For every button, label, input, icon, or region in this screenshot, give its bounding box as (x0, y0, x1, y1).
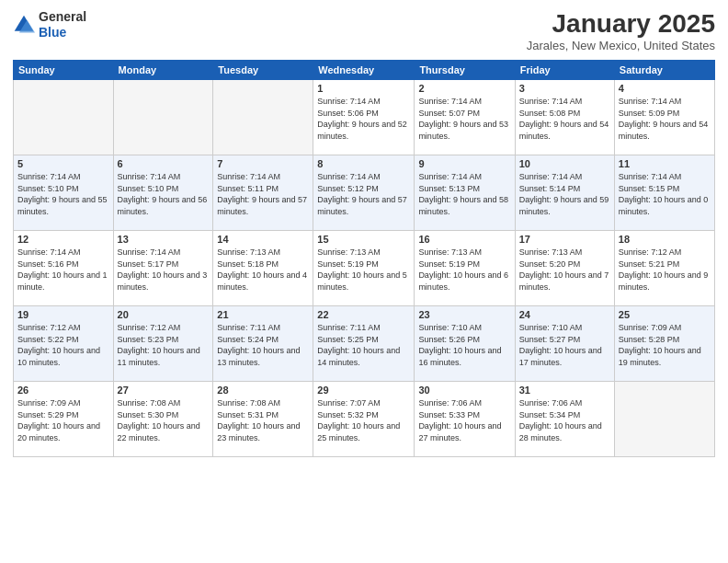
calendar-week-row: 5Sunrise: 7:14 AM Sunset: 5:10 PM Daylig… (14, 155, 715, 231)
table-row: 15Sunrise: 7:13 AM Sunset: 5:19 PM Dayli… (313, 231, 415, 306)
day-info: Sunrise: 7:12 AM Sunset: 5:21 PM Dayligh… (619, 247, 711, 293)
day-number: 14 (217, 234, 309, 245)
day-info: Sunrise: 7:10 AM Sunset: 5:26 PM Dayligh… (418, 322, 510, 368)
table-row: 20Sunrise: 7:12 AM Sunset: 5:23 PM Dayli… (113, 306, 213, 382)
day-number: 3 (519, 83, 610, 94)
header-friday: Friday (515, 61, 614, 80)
logo-blue: Blue (39, 25, 86, 40)
day-info: Sunrise: 7:07 AM Sunset: 5:32 PM Dayligh… (317, 397, 410, 443)
day-info: Sunrise: 7:14 AM Sunset: 5:12 PM Dayligh… (317, 171, 410, 217)
table-row: 10Sunrise: 7:14 AM Sunset: 5:14 PM Dayli… (515, 155, 614, 231)
table-row: 9Sunrise: 7:14 AM Sunset: 5:13 PM Daylig… (415, 155, 515, 231)
day-number: 8 (317, 158, 410, 169)
day-number: 24 (519, 309, 610, 320)
header: General Blue January 2025 Jarales, New M… (13, 9, 715, 52)
table-row: 19Sunrise: 7:12 AM Sunset: 5:22 PM Dayli… (14, 306, 114, 382)
table-row: 13Sunrise: 7:14 AM Sunset: 5:17 PM Dayli… (113, 231, 213, 306)
page: General Blue January 2025 Jarales, New M… (0, 0, 728, 563)
table-row: 1Sunrise: 7:14 AM Sunset: 5:06 PM Daylig… (313, 80, 415, 155)
day-info: Sunrise: 7:09 AM Sunset: 5:28 PM Dayligh… (619, 322, 711, 368)
day-number: 17 (519, 234, 610, 245)
logo-general: General (39, 9, 86, 25)
day-number: 19 (17, 309, 109, 320)
header-saturday: Saturday (614, 61, 714, 80)
table-row (213, 80, 313, 155)
day-number: 5 (17, 158, 109, 169)
month-title: January 2025 (527, 9, 715, 39)
day-info: Sunrise: 7:13 AM Sunset: 5:19 PM Dayligh… (317, 247, 410, 293)
table-row: 18Sunrise: 7:12 AM Sunset: 5:21 PM Dayli… (614, 231, 714, 306)
day-info: Sunrise: 7:14 AM Sunset: 5:09 PM Dayligh… (619, 96, 711, 142)
day-number: 21 (217, 309, 309, 320)
table-row: 6Sunrise: 7:14 AM Sunset: 5:10 PM Daylig… (113, 155, 213, 231)
header-tuesday: Tuesday (213, 61, 313, 80)
day-info: Sunrise: 7:14 AM Sunset: 5:13 PM Dayligh… (418, 171, 510, 217)
day-info: Sunrise: 7:13 AM Sunset: 5:18 PM Dayligh… (217, 247, 309, 293)
calendar-header-row: Sunday Monday Tuesday Wednesday Thursday… (14, 61, 715, 80)
logo: General Blue (13, 9, 86, 40)
day-info: Sunrise: 7:14 AM Sunset: 5:11 PM Dayligh… (217, 171, 309, 217)
day-info: Sunrise: 7:08 AM Sunset: 5:31 PM Dayligh… (217, 397, 309, 443)
day-info: Sunrise: 7:11 AM Sunset: 5:24 PM Dayligh… (217, 322, 309, 368)
day-number: 12 (17, 234, 109, 245)
day-info: Sunrise: 7:14 AM Sunset: 5:07 PM Dayligh… (418, 96, 510, 142)
day-info: Sunrise: 7:12 AM Sunset: 5:23 PM Dayligh… (118, 322, 210, 368)
table-row (614, 382, 714, 457)
day-info: Sunrise: 7:08 AM Sunset: 5:30 PM Dayligh… (118, 397, 210, 443)
table-row: 29Sunrise: 7:07 AM Sunset: 5:32 PM Dayli… (313, 382, 415, 457)
table-row: 5Sunrise: 7:14 AM Sunset: 5:10 PM Daylig… (14, 155, 114, 231)
table-row: 12Sunrise: 7:14 AM Sunset: 5:16 PM Dayli… (14, 231, 114, 306)
day-number: 29 (317, 385, 410, 396)
day-number: 18 (619, 234, 711, 245)
table-row: 30Sunrise: 7:06 AM Sunset: 5:33 PM Dayli… (415, 382, 515, 457)
logo-icon (13, 14, 35, 36)
calendar-week-row: 1Sunrise: 7:14 AM Sunset: 5:06 PM Daylig… (14, 80, 715, 155)
table-row: 24Sunrise: 7:10 AM Sunset: 5:27 PM Dayli… (515, 306, 614, 382)
day-number: 28 (217, 385, 309, 396)
day-number: 23 (418, 309, 510, 320)
table-row (113, 80, 213, 155)
table-row: 7Sunrise: 7:14 AM Sunset: 5:11 PM Daylig… (213, 155, 313, 231)
day-info: Sunrise: 7:12 AM Sunset: 5:22 PM Dayligh… (17, 322, 109, 368)
day-info: Sunrise: 7:14 AM Sunset: 5:06 PM Dayligh… (317, 96, 410, 142)
day-info: Sunrise: 7:09 AM Sunset: 5:29 PM Dayligh… (17, 397, 109, 443)
day-info: Sunrise: 7:14 AM Sunset: 5:10 PM Dayligh… (17, 171, 109, 217)
table-row: 26Sunrise: 7:09 AM Sunset: 5:29 PM Dayli… (14, 382, 114, 457)
day-info: Sunrise: 7:14 AM Sunset: 5:08 PM Dayligh… (519, 96, 610, 142)
table-row: 8Sunrise: 7:14 AM Sunset: 5:12 PM Daylig… (313, 155, 415, 231)
day-number: 22 (317, 309, 410, 320)
day-info: Sunrise: 7:10 AM Sunset: 5:27 PM Dayligh… (519, 322, 610, 368)
table-row: 2Sunrise: 7:14 AM Sunset: 5:07 PM Daylig… (415, 80, 515, 155)
day-info: Sunrise: 7:14 AM Sunset: 5:16 PM Dayligh… (17, 247, 109, 293)
day-number: 30 (418, 385, 510, 396)
day-info: Sunrise: 7:11 AM Sunset: 5:25 PM Dayligh… (317, 322, 410, 368)
day-number: 26 (17, 385, 109, 396)
header-wednesday: Wednesday (313, 61, 415, 80)
day-number: 6 (118, 158, 210, 169)
table-row: 23Sunrise: 7:10 AM Sunset: 5:26 PM Dayli… (415, 306, 515, 382)
day-number: 13 (118, 234, 210, 245)
table-row: 31Sunrise: 7:06 AM Sunset: 5:34 PM Dayli… (515, 382, 614, 457)
day-number: 11 (619, 158, 711, 169)
table-row: 11Sunrise: 7:14 AM Sunset: 5:15 PM Dayli… (614, 155, 714, 231)
day-info: Sunrise: 7:14 AM Sunset: 5:10 PM Dayligh… (118, 171, 210, 217)
table-row: 17Sunrise: 7:13 AM Sunset: 5:20 PM Dayli… (515, 231, 614, 306)
day-info: Sunrise: 7:14 AM Sunset: 5:14 PM Dayligh… (519, 171, 610, 217)
calendar-week-row: 19Sunrise: 7:12 AM Sunset: 5:22 PM Dayli… (14, 306, 715, 382)
table-row: 3Sunrise: 7:14 AM Sunset: 5:08 PM Daylig… (515, 80, 614, 155)
table-row: 27Sunrise: 7:08 AM Sunset: 5:30 PM Dayli… (113, 382, 213, 457)
table-row (14, 80, 114, 155)
logo-text: General Blue (39, 9, 86, 40)
title-area: January 2025 Jarales, New Mexico, United… (527, 9, 715, 52)
calendar-week-row: 26Sunrise: 7:09 AM Sunset: 5:29 PM Dayli… (14, 382, 715, 457)
day-number: 25 (619, 309, 711, 320)
table-row: 28Sunrise: 7:08 AM Sunset: 5:31 PM Dayli… (213, 382, 313, 457)
table-row: 25Sunrise: 7:09 AM Sunset: 5:28 PM Dayli… (614, 306, 714, 382)
day-number: 16 (418, 234, 510, 245)
day-number: 4 (619, 83, 711, 94)
header-thursday: Thursday (415, 61, 515, 80)
calendar: Sunday Monday Tuesday Wednesday Thursday… (13, 60, 715, 457)
location: Jarales, New Mexico, United States (527, 39, 715, 52)
header-monday: Monday (113, 61, 213, 80)
table-row: 16Sunrise: 7:13 AM Sunset: 5:19 PM Dayli… (415, 231, 515, 306)
